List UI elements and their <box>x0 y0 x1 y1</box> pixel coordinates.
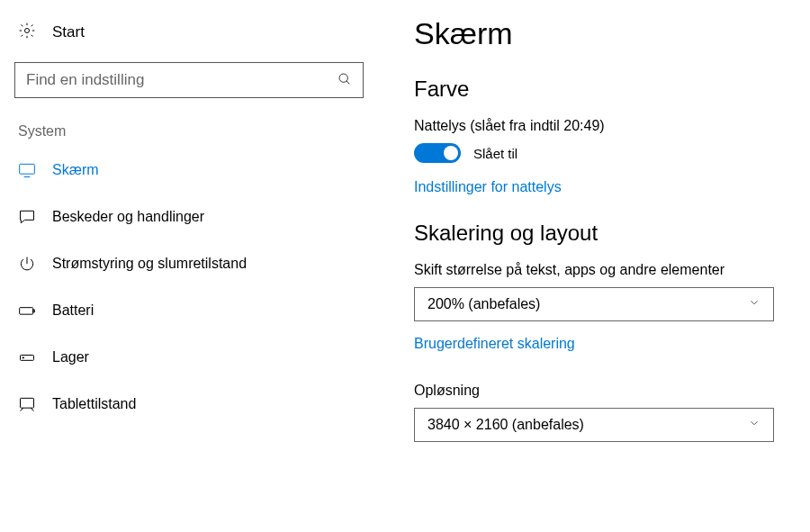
search-input[interactable] <box>26 71 338 89</box>
home-label: Start <box>52 23 85 41</box>
resolution-label: Opløsning <box>414 383 796 399</box>
battery-icon <box>18 302 36 320</box>
power-icon <box>18 255 36 273</box>
nightlight-toggle[interactable] <box>414 143 461 163</box>
sidebar-item-label: Beskeder og handlinger <box>52 209 204 225</box>
storage-icon <box>18 348 36 366</box>
svg-rect-9 <box>21 398 34 408</box>
sidebar-item-storage[interactable]: Lager <box>14 334 364 381</box>
custom-scaling-link[interactable]: Brugerdefineret skalering <box>414 336 575 352</box>
monitor-icon <box>18 161 36 179</box>
svg-point-1 <box>339 74 347 82</box>
sidebar-item-power[interactable]: Strømstyring og slumretilstand <box>14 240 364 287</box>
sidebar-item-label: Lager <box>52 349 89 365</box>
svg-point-8 <box>22 357 23 358</box>
sidebar-item-label: Batteri <box>52 302 94 319</box>
sidebar-item-tablet[interactable]: Tablettilstand <box>14 381 364 428</box>
nightlight-settings-link[interactable]: Indstillinger for nattelys <box>414 179 562 195</box>
color-heading: Farve <box>414 77 796 102</box>
sidebar-item-label: Skærm <box>52 162 99 178</box>
svg-rect-3 <box>20 164 35 174</box>
gear-icon <box>18 22 36 42</box>
scaling-heading: Skalering og layout <box>414 221 796 246</box>
home-button[interactable]: Start <box>14 16 364 55</box>
resolution-dropdown[interactable]: 3840 × 2160 (anbefales) <box>414 408 774 442</box>
nightlight-status: Nattelys (slået fra indtil 20:49) <box>414 118 796 134</box>
sidebar-item-notifications[interactable]: Beskeder og handlinger <box>14 194 364 240</box>
scale-value: 200% (anbefales) <box>428 296 540 312</box>
scale-dropdown[interactable]: 200% (anbefales) <box>414 287 774 321</box>
scale-label: Skift størrelse på tekst, apps og andre … <box>414 262 796 278</box>
chat-icon <box>18 208 36 226</box>
nightlight-toggle-row: Slået til <box>414 143 796 163</box>
main-content: Skærm Farve Nattelys (slået fra indtil 2… <box>378 0 810 532</box>
sidebar-item-display[interactable]: Skærm <box>14 147 364 194</box>
sidebar: Start System Skærm Beskeder og handlinge… <box>0 0 378 532</box>
resolution-value: 3840 × 2160 (anbefales) <box>428 417 584 433</box>
category-label: System <box>14 123 364 147</box>
chevron-down-icon <box>748 417 760 433</box>
search-box[interactable] <box>14 62 364 98</box>
svg-rect-5 <box>20 308 33 315</box>
sidebar-item-battery[interactable]: Batteri <box>14 287 364 334</box>
sidebar-item-label: Tablettilstand <box>52 396 136 412</box>
nav-list: Skærm Beskeder og handlinger Strømstyrin… <box>14 147 364 428</box>
svg-rect-6 <box>33 310 35 312</box>
page-title: Skærm <box>414 16 796 51</box>
svg-line-2 <box>346 81 349 84</box>
chevron-down-icon <box>748 296 760 312</box>
toggle-label: Slået til <box>473 146 518 161</box>
sidebar-item-label: Strømstyring og slumretilstand <box>52 256 247 272</box>
tablet-icon <box>18 395 36 413</box>
svg-point-0 <box>25 29 30 33</box>
search-icon <box>338 72 352 89</box>
toggle-thumb <box>444 146 458 160</box>
